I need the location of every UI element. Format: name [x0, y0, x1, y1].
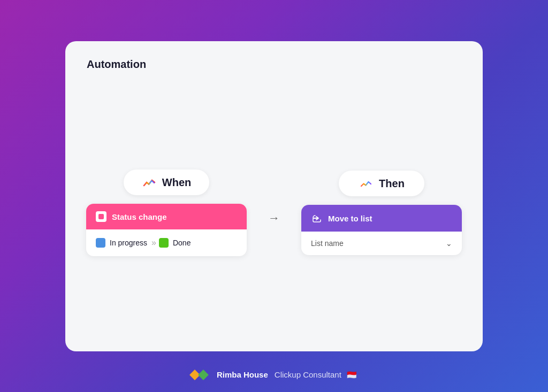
arrow-connector: →	[268, 211, 280, 225]
to-status-label: Done	[173, 239, 191, 247]
brand-name: Rimba House	[217, 370, 268, 379]
arrow-right-icon: →	[268, 211, 280, 225]
condition-header: Status change	[86, 204, 247, 229]
from-status-dot	[96, 238, 105, 248]
then-label: Then	[379, 178, 405, 190]
diamond-green-icon	[198, 370, 209, 380]
move-to-list-icon	[311, 212, 323, 224]
clickup-icon-when	[142, 175, 157, 190]
chevrons-icon: »	[151, 238, 155, 248]
then-column: Then Move to list List name ⌄	[301, 171, 462, 255]
automation-area: When Status change In progress » Done	[87, 92, 461, 334]
card-title: Automation	[87, 58, 461, 71]
action-header-text: Move to list	[328, 214, 372, 223]
flag-icon: 🇮🇩	[347, 370, 357, 379]
automation-card: Automation	[65, 41, 483, 351]
list-name-placeholder: List name	[311, 239, 344, 248]
footer: Rimba House Clickup Consultant 🇮🇩	[191, 368, 357, 381]
footer-subtitle: Clickup Consultant 🇮🇩	[275, 370, 357, 380]
chevron-down-icon: ⌄	[446, 239, 452, 248]
when-column: When Status change In progress » Done	[86, 170, 247, 256]
condition-header-text: Status change	[112, 212, 167, 221]
to-status-dot	[159, 238, 169, 248]
when-label: When	[162, 176, 191, 189]
action-header: Move to list	[301, 205, 462, 232]
rimba-logo	[191, 368, 210, 381]
clickup-icon-then	[359, 176, 374, 191]
from-status-label: In progress	[110, 239, 147, 247]
when-pill: When	[124, 170, 209, 195]
condition-body: In progress » Done	[86, 229, 247, 256]
action-card[interactable]: Move to list List name ⌄	[301, 205, 462, 255]
status-change-icon	[96, 211, 106, 222]
condition-card[interactable]: Status change In progress » Done	[86, 204, 247, 256]
then-pill: Then	[339, 171, 424, 196]
action-body[interactable]: List name ⌄	[301, 232, 462, 255]
